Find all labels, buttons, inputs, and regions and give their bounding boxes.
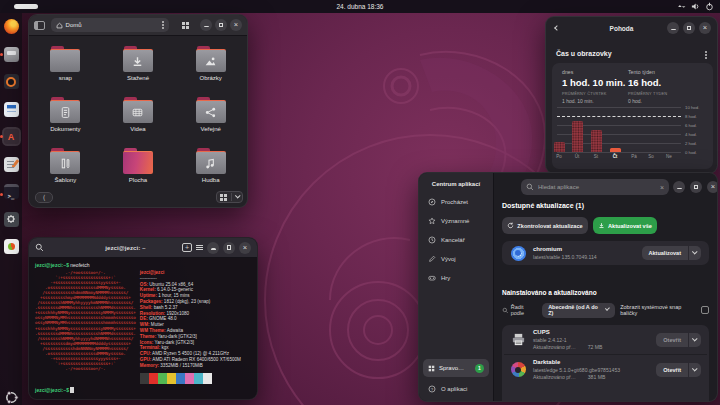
system-status-area[interactable] <box>677 2 714 11</box>
sidebar-toggle-button[interactable] <box>34 21 45 30</box>
ubuntu-logo-icon <box>4 390 19 405</box>
folder-item[interactable]: snap <box>29 46 102 97</box>
x-axis-tick: Pá <box>625 154 643 159</box>
y-axis-tick: 4 hod. <box>685 132 711 137</box>
sidebar-item-label: Kancelář <box>441 237 465 243</box>
chart-bar-Po <box>554 142 565 152</box>
folder-icon <box>48 97 82 123</box>
folder-item[interactable]: Plocha <box>102 148 175 199</box>
app-center-sidebar: Centrum aplikací ProcházetVýznamnéKancel… <box>419 173 494 401</box>
image-emblem-icon <box>204 55 217 68</box>
close-button[interactable]: × <box>239 242 251 254</box>
clear-search-icon[interactable]: × <box>660 184 664 191</box>
folder-item[interactable]: Obrázky <box>174 46 247 97</box>
clock-label[interactable]: 24. dubna 18:36 <box>0 3 720 10</box>
folder-item[interactable]: Videa <box>102 97 175 148</box>
shell-prompt: jezci@jezci:~$ <box>35 262 69 268</box>
app-size: 381 MB <box>588 374 606 380</box>
dock-firefox-icon[interactable] <box>4 19 19 34</box>
sort-dropdown[interactable]: Abecedně (od A do Z) <box>542 303 615 318</box>
path-button[interactable]: Domů <box>51 18 169 32</box>
grid-line <box>557 152 681 153</box>
maximize-button[interactable] <box>683 22 695 34</box>
folder-label: Dokumenty <box>50 126 80 132</box>
sidebar-item-featured[interactable]: Významné <box>423 212 489 229</box>
x-axis-tick: Út <box>568 154 586 159</box>
desktop: 24. dubna 18:36 A >_ Domů <box>0 0 720 405</box>
ubuntu-ascii-art: .-/+oossssoo+/-. `:+ssssssssssssssssss+:… <box>35 270 136 384</box>
sidebar-item-office[interactable]: Kancelář <box>423 231 489 248</box>
gamepad-icon <box>428 274 436 282</box>
status-pill[interactable]: ( <box>35 192 53 203</box>
minimize-button[interactable] <box>667 22 679 34</box>
minimize-button[interactable] <box>207 242 219 254</box>
folder-item[interactable]: Veřejné <box>174 97 247 148</box>
question-icon: ? <box>428 385 436 393</box>
chevron-down-icon <box>605 306 610 311</box>
sidebar-item-about[interactable]: ? O aplikaci <box>423 381 489 397</box>
app-text: Darktablelatest/edge 5.1.0+git680.gbe978… <box>533 359 649 380</box>
app-icon <box>510 245 526 261</box>
terminal-content[interactable]: jezci@jezci:~$ neofetch .-/+oossssoo+/-.… <box>29 258 257 399</box>
sidebar-item-develop[interactable]: Vývoj <box>423 250 489 267</box>
dock: A >_ <box>0 13 22 405</box>
files-window: Domů × snapStaženéObrázkyDokumentyVideaV… <box>28 14 248 208</box>
folder-label: Šablony <box>54 177 76 183</box>
check-updates-button[interactable]: Zkontrolovat aktualizace <box>502 217 588 234</box>
folder-icon <box>194 46 228 72</box>
close-button[interactable]: × <box>230 19 242 31</box>
folder-item[interactable]: Dokumenty <box>29 97 102 148</box>
folder-item[interactable]: Stažené <box>102 46 175 97</box>
update-all-button[interactable]: Aktualizovat vše <box>593 217 657 234</box>
sidebar-item-games[interactable]: Hry <box>423 269 489 286</box>
updates-card: chromiumlatest/stable 135.0.7049.114Aktu… <box>502 241 709 265</box>
wellbeing-header-bar: Pohoda × <box>546 17 717 39</box>
dock-text-editor-icon[interactable] <box>4 157 19 172</box>
y-axis-tick: 10 hod. <box>685 105 711 110</box>
menu-icon[interactable] <box>196 245 203 250</box>
app-action-dropdown[interactable] <box>688 333 701 347</box>
dock-settings-icon[interactable] <box>4 212 19 227</box>
app-action-button[interactable]: Aktualizovat <box>642 246 701 260</box>
view-switcher[interactable] <box>216 191 244 203</box>
app-action-button[interactable]: Otevřít <box>656 363 701 377</box>
close-button[interactable]: × <box>699 22 711 34</box>
new-tab-icon[interactable]: + <box>182 243 192 252</box>
close-button[interactable]: × <box>707 181 718 193</box>
back-button[interactable] <box>552 23 562 33</box>
x-axis-tick: Ne <box>660 154 678 159</box>
maximize-button[interactable] <box>690 181 702 193</box>
music-emblem-icon <box>204 157 217 170</box>
search-input[interactable]: Hledat aplikace × <box>521 179 669 195</box>
section-menu-icon[interactable] <box>705 54 707 56</box>
star-icon <box>428 217 436 225</box>
app-action-dropdown[interactable] <box>688 363 701 377</box>
template-emblem-icon <box>59 157 72 170</box>
maximize-button[interactable] <box>223 242 235 254</box>
maximize-button[interactable] <box>215 19 227 31</box>
dock-files-icon[interactable] <box>4 47 19 62</box>
path-menu-icon[interactable] <box>162 24 164 26</box>
minimize-button[interactable] <box>673 181 685 193</box>
dock-rhythmbox-icon[interactable] <box>4 74 19 89</box>
sidebar-item-browse[interactable]: Procházet <box>423 193 489 210</box>
app-action-button[interactable]: Otevřít <box>656 333 701 347</box>
dock-app-center-icon[interactable]: A <box>4 129 19 144</box>
grid-line <box>557 107 681 108</box>
dock-software-updater-icon[interactable] <box>4 239 19 254</box>
app-action-label: Aktualizovat <box>642 246 688 260</box>
minimize-button[interactable] <box>200 19 212 31</box>
search-icon[interactable] <box>35 243 44 252</box>
dock-libreoffice-writer-icon[interactable] <box>4 102 19 117</box>
dock-terminal-icon[interactable]: >_ <box>4 184 19 199</box>
app-action-dropdown[interactable] <box>688 246 701 260</box>
view-toggle-button[interactable] <box>179 19 192 31</box>
dock-show-apps-icon[interactable] <box>4 390 19 405</box>
pencil-icon <box>428 255 436 263</box>
sidebar-item-manage[interactable]: Spravo… 1 <box>423 359 489 377</box>
video-emblem-icon <box>131 106 144 119</box>
show-system-checkbox[interactable] <box>701 306 709 314</box>
app-action-label: Otevřít <box>656 333 688 347</box>
folder-label: Hudba <box>202 177 220 183</box>
app-name: Darktable <box>533 359 649 365</box>
